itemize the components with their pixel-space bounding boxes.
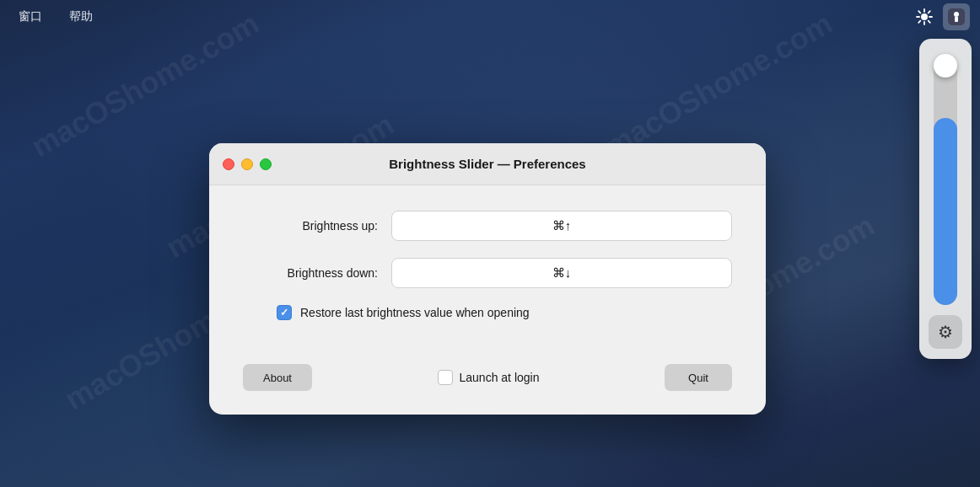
menubar-item-help[interactable]: 帮助 xyxy=(64,6,98,28)
minimize-button[interactable] xyxy=(241,158,253,170)
menubar-right xyxy=(911,0,970,34)
brightness-down-row: Brightness down: ⌘↓ xyxy=(243,258,732,288)
dialog-title: Brightness Slider — Preferences xyxy=(389,157,585,171)
restore-label: Restore last brightness value when openi… xyxy=(300,306,530,319)
preferences-dialog: Brightness Slider — Preferences Brightne… xyxy=(209,143,766,415)
svg-line-5 xyxy=(918,11,920,13)
brightness-up-row: Brightness up: ⌘↑ xyxy=(243,211,732,241)
svg-line-6 xyxy=(929,21,930,23)
svg-line-8 xyxy=(918,21,920,23)
launch-login-checkbox[interactable] xyxy=(438,370,453,385)
menubar: 窗口 帮助 xyxy=(0,0,980,34)
dialog-titlebar: Brightness Slider — Preferences xyxy=(209,143,766,185)
menubar-item-window[interactable]: 窗口 xyxy=(13,6,47,28)
brightness-up-label: Brightness up: xyxy=(243,219,378,233)
brightness-icon[interactable] xyxy=(911,3,938,30)
brightness-slider-fill xyxy=(934,118,957,305)
close-button[interactable] xyxy=(223,158,234,170)
menubar-items: 窗口 帮助 xyxy=(13,6,98,28)
maximize-button[interactable] xyxy=(260,158,272,170)
dialog-footer: About Launch at login Quit xyxy=(209,364,766,415)
brightness-down-field[interactable]: ⌘↓ xyxy=(391,258,732,288)
about-button[interactable]: About xyxy=(243,364,312,391)
svg-point-10 xyxy=(954,12,959,17)
svg-line-7 xyxy=(929,11,930,13)
brightness-slider-thumb[interactable] xyxy=(934,54,957,78)
dialog-content: Brightness up: ⌘↑ Brightness down: ⌘↓ Re… xyxy=(209,185,766,364)
brightness-up-field[interactable]: ⌘↑ xyxy=(391,211,732,241)
restore-row: Restore last brightness value when openi… xyxy=(243,305,732,320)
launch-login-label: Launch at login xyxy=(460,371,540,384)
restore-checkbox[interactable] xyxy=(277,305,292,320)
brightness-slider-track[interactable] xyxy=(934,56,957,305)
brightness-down-label: Brightness down: xyxy=(243,266,378,280)
app-icon[interactable] xyxy=(943,3,970,30)
brightness-gear-button[interactable]: ⚙ xyxy=(929,315,962,349)
quit-button[interactable]: Quit xyxy=(665,364,732,391)
launch-login-area: Launch at login xyxy=(322,370,654,385)
svg-rect-11 xyxy=(955,17,958,22)
brightness-popup: ⚙ xyxy=(919,39,972,359)
svg-point-0 xyxy=(921,13,928,20)
traffic-lights xyxy=(223,158,272,170)
restore-checkbox-container[interactable] xyxy=(277,305,292,320)
